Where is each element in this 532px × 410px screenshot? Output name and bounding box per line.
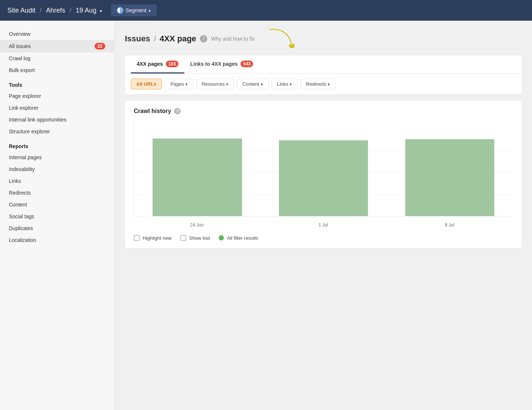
sidebar-item-structure-explorer[interactable]: Structure explorer: [0, 126, 114, 137]
sidebar-item-overview[interactable]: Overview: [0, 28, 114, 40]
yellow-arrow-annotation: [266, 26, 295, 48]
filter-content[interactable]: Content: [237, 79, 269, 89]
tab2-badge: 643: [241, 61, 253, 67]
resources-chevron-icon: [226, 81, 228, 87]
chart-bar-3: [405, 139, 494, 216]
sidebar-item-internal-link-opp[interactable]: Internal link opportunities: [0, 114, 114, 126]
pie-icon: [117, 7, 123, 14]
chart-container: 24 Jun 1 Jul 8 Jul: [134, 120, 513, 230]
crawl-history-card: Crawl history ?: [125, 100, 522, 248]
page-title: 4XX page: [160, 34, 196, 44]
chart-bar-wrap-1: [141, 127, 253, 216]
filter-bar: All URLs Pages Resources Content Links: [125, 74, 522, 95]
tab1-badge: 103: [166, 61, 178, 67]
project-name: Ahrefs: [46, 7, 65, 14]
chart-bar-wrap-2: [268, 127, 379, 216]
chart-bar-wrap-3: [394, 127, 505, 216]
tab-links-to-4xx[interactable]: Links to 4XX pages 643: [184, 55, 259, 74]
chart-group-1: [141, 127, 253, 216]
chart-legend: Highlight new Show lost All filter resul…: [134, 230, 513, 241]
sidebar-item-crawl-log[interactable]: Crawl log: [0, 52, 114, 64]
tab-4xx-pages[interactable]: 4XX pages 103: [131, 55, 184, 74]
content-chevron-icon: [261, 81, 263, 87]
sep2: /: [70, 7, 71, 14]
why-fix-link[interactable]: Why and how to fix: [211, 36, 255, 42]
highlight-new-checkbox[interactable]: [134, 235, 140, 241]
reports-section-title: Reports: [0, 137, 114, 151]
chart-label-2: 1 Jul: [267, 222, 379, 228]
sidebar-item-content[interactable]: Content: [0, 199, 114, 211]
sep1: /: [40, 7, 41, 14]
top-nav: Site Audit / Ahrefs / 19 Aug ▾ Segment: [0, 0, 532, 21]
filter-all-urls[interactable]: All URLs: [131, 79, 162, 89]
links-chevron-icon: [290, 81, 292, 87]
sidebar-item-bulk-export[interactable]: Bulk export: [0, 64, 114, 76]
crawl-help-icon[interactable]: ?: [174, 108, 181, 115]
all-filter-dot: [219, 235, 224, 240]
chart-label-3: 8 Jul: [394, 222, 505, 228]
legend-show-lost: Show lost: [180, 235, 210, 241]
filter-resources[interactable]: Resources: [196, 79, 234, 89]
filter-pages[interactable]: Pages: [165, 79, 193, 89]
sidebar-item-all-issues[interactable]: All issues 22: [0, 40, 114, 52]
redirects-chevron-icon: [328, 81, 330, 87]
date-selector[interactable]: 19 Aug ▾: [76, 7, 102, 14]
breadcrumb-issues: Issues: [125, 34, 150, 44]
help-icon[interactable]: ?: [200, 35, 207, 42]
chart-x-labels: 24 Jun 1 Jul 8 Jul: [134, 219, 513, 230]
main-content: Issues / 4XX page ? Why and how to fix 4…: [115, 21, 532, 410]
sidebar-item-duplicates[interactable]: Duplicates: [0, 222, 114, 234]
tabs-header: 4XX pages 103 Links to 4XX pages 643: [125, 55, 522, 74]
chart-group-3: [394, 127, 505, 216]
chart-bar-1: [153, 139, 242, 216]
legend-all-filter: All filter results: [219, 235, 258, 241]
show-lost-checkbox[interactable]: [180, 235, 186, 241]
page-header: Issues / 4XX page ? Why and how to fix: [125, 30, 522, 48]
legend-highlight-new: Highlight new: [134, 235, 171, 241]
tabs-card: 4XX pages 103 Links to 4XX pages 643 All…: [125, 55, 522, 95]
filter-links[interactable]: Links: [272, 79, 297, 89]
sidebar-item-localization[interactable]: Localization: [0, 234, 114, 246]
chart-group-2: [268, 127, 379, 216]
segment-button[interactable]: Segment: [111, 4, 157, 16]
main-layout: Overview All issues 22 Crawl log Bulk ex…: [0, 21, 532, 410]
sidebar-item-redirects[interactable]: Redirects: [0, 187, 114, 199]
filter-redirects[interactable]: Redirects: [300, 79, 335, 89]
sidebar-item-indexability[interactable]: Indexability: [0, 163, 114, 175]
tools-section-title: Tools: [0, 76, 114, 90]
sidebar-item-link-explorer[interactable]: Link explorer: [0, 102, 114, 114]
sidebar-item-links[interactable]: Links: [0, 175, 114, 187]
sidebar-item-internal-pages[interactable]: Internal pages: [0, 151, 114, 163]
sidebar: Overview All issues 22 Crawl log Bulk ex…: [0, 21, 115, 410]
chevron-down-icon: [149, 7, 151, 13]
site-audit-title: Site Audit: [7, 7, 35, 14]
chart-label-1: 24 Jun: [141, 222, 253, 228]
all-issues-badge: 22: [95, 43, 105, 49]
sidebar-item-page-explorer[interactable]: Page explorer: [0, 90, 114, 102]
chart-area: [134, 120, 513, 216]
chart-bar-2: [279, 140, 368, 216]
header-sep: /: [154, 35, 156, 43]
crawl-history-title: Crawl history ?: [134, 108, 513, 115]
sidebar-item-social-tags[interactable]: Social tags: [0, 211, 114, 222]
pages-chevron-icon: [185, 81, 188, 87]
